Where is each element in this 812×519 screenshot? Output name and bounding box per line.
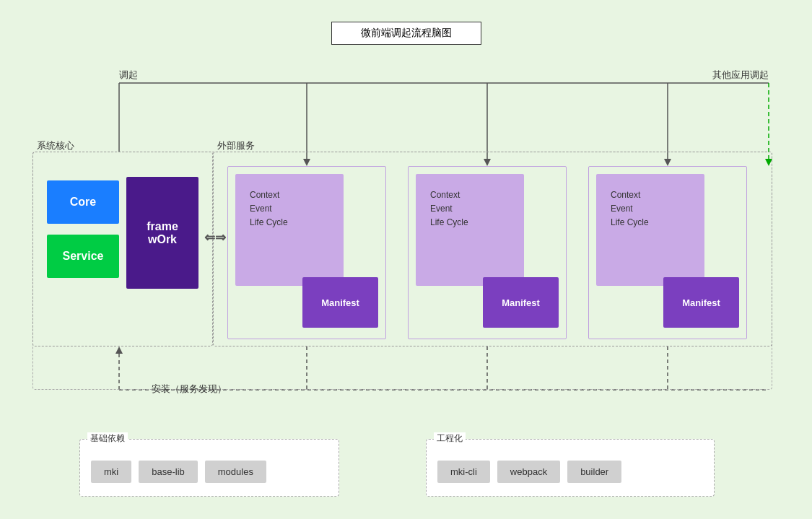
bottom-left-tags: mki base-lib modules	[80, 440, 339, 496]
app-block-3: ContextEventLife Cycle Manifest	[588, 166, 747, 339]
context-label-1: ContextEventLife Cycle	[250, 188, 288, 230]
title-text: 微前端调起流程脑图	[361, 27, 452, 38]
purple-area-3: ContextEventLife Cycle	[596, 174, 704, 286]
tag-builder: builder	[567, 461, 621, 483]
label-install: 安装（服务发现）	[152, 383, 227, 396]
bottom-box-right: 工程化 mki-cli webpack builder	[426, 439, 715, 497]
tag-mkicli: mki-cli	[437, 461, 490, 483]
system-core-label: 系统核心	[37, 139, 74, 152]
purple-area-2: ContextEventLife Cycle	[416, 174, 524, 286]
context-label-2: ContextEventLife Cycle	[430, 188, 468, 230]
double-arrow: ⇐⇒	[204, 230, 226, 245]
manifest-block-3: Manifest	[663, 277, 739, 328]
title-box: 微前端调起流程脑图	[331, 22, 481, 45]
tag-modules: modules	[205, 461, 266, 483]
diagram-container: 微前端调起流程脑图 调起 其他应用调起	[0, 0, 812, 519]
bottom-box-left: 基础依赖 mki base-lib modules	[79, 439, 339, 497]
framework-block: framewOrk	[126, 177, 198, 289]
service-button: Service	[47, 235, 119, 278]
tag-mki: mki	[91, 461, 131, 483]
core-button: Core	[47, 180, 119, 224]
purple-area-1: ContextEventLife Cycle	[235, 174, 344, 286]
tag-webpack: webpack	[497, 461, 560, 483]
bottom-right-tags: mki-cli webpack builder	[427, 440, 714, 496]
bottom-left-title: 基础依赖	[87, 432, 128, 445]
app-block-2: ContextEventLife Cycle Manifest	[408, 166, 567, 339]
context-label-3: ContextEventLife Cycle	[611, 188, 649, 230]
bottom-right-title: 工程化	[434, 432, 466, 445]
app-block-1: ContextEventLife Cycle Manifest	[227, 166, 386, 339]
label-other: 其他应用调起	[712, 69, 769, 82]
tag-baselib: base-lib	[139, 461, 198, 483]
manifest-block-1: Manifest	[302, 277, 378, 328]
manifest-block-2: Manifest	[483, 277, 559, 328]
external-service-label: 外部服务	[217, 139, 255, 152]
label-diaqi: 调起	[119, 69, 138, 82]
